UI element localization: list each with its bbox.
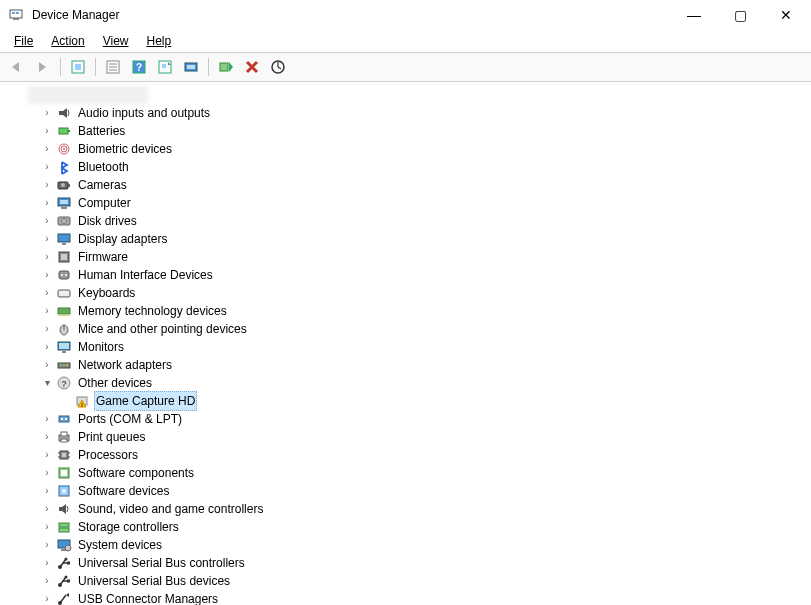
chevron-right-icon[interactable]: ›	[40, 194, 54, 212]
chevron-right-icon[interactable]: ›	[40, 428, 54, 446]
tree-node-label: Sound, video and game controllers	[76, 500, 265, 518]
menu-view[interactable]: View	[95, 32, 137, 50]
tree-node[interactable]: ›Biometric devices	[0, 140, 811, 158]
refresh-button[interactable]	[154, 56, 176, 78]
tree-child-node[interactable]: !Game Capture HD	[0, 392, 811, 410]
tree-node[interactable]: ›Print queues	[0, 428, 811, 446]
svg-point-79	[65, 545, 71, 551]
tree-node[interactable]: ›Batteries	[0, 122, 811, 140]
tree-node[interactable]: ›Software components	[0, 464, 811, 482]
svg-line-91	[60, 595, 66, 603]
help-button[interactable]: ?	[128, 56, 150, 78]
tree-node[interactable]: ›Software devices	[0, 482, 811, 500]
tree-node[interactable]: ›Universal Serial Bus devices	[0, 572, 811, 590]
chevron-down-icon[interactable]: ▾	[40, 374, 54, 392]
close-button[interactable]: ✕	[763, 0, 809, 30]
forward-button[interactable]	[32, 56, 54, 78]
svg-rect-43	[58, 308, 70, 314]
back-button[interactable]	[6, 56, 28, 78]
tree-node[interactable]: ›USB Connector Managers	[0, 590, 811, 605]
tree-root-row[interactable]	[0, 86, 811, 104]
chevron-right-icon[interactable]: ›	[40, 248, 54, 266]
tree-node[interactable]: ›Storage controllers	[0, 518, 811, 536]
chevron-right-icon[interactable]: ›	[40, 464, 54, 482]
enable-device-button[interactable]	[215, 56, 237, 78]
tree-node[interactable]: ›Memory technology devices	[0, 302, 811, 320]
tree-node-label: Universal Serial Bus controllers	[76, 554, 247, 572]
biometric-icon	[56, 141, 72, 157]
chevron-right-icon[interactable]: ›	[40, 122, 54, 140]
tree-node[interactable]: ›Cameras	[0, 176, 811, 194]
computer-icon	[56, 195, 72, 211]
update-driver-button[interactable]	[180, 56, 202, 78]
maximize-button[interactable]: ▢	[717, 0, 763, 30]
menu-file[interactable]: File	[6, 32, 41, 50]
chevron-right-icon[interactable]: ›	[40, 590, 54, 605]
svg-text:?: ?	[136, 62, 142, 73]
tree-node[interactable]: ›Keyboards	[0, 284, 811, 302]
audio-icon	[56, 105, 72, 121]
chevron-right-icon[interactable]: ›	[40, 158, 54, 176]
tree-node-label: Print queues	[76, 428, 147, 446]
tree-node[interactable]: ›Display adapters	[0, 230, 811, 248]
device-tree[interactable]: ›Audio inputs and outputs›Batteries›Biom…	[0, 82, 811, 605]
chevron-right-icon[interactable]: ›	[40, 500, 54, 518]
chevron-right-icon[interactable]: ›	[40, 104, 54, 122]
app-icon	[8, 7, 24, 23]
tree-node[interactable]: ›Mice and other pointing devices	[0, 320, 811, 338]
tree-node[interactable]: ›Firmware	[0, 248, 811, 266]
tree-node-label: Mice and other pointing devices	[76, 320, 249, 338]
tree-node[interactable]: ›System devices	[0, 536, 811, 554]
tree-node[interactable]: ›Bluetooth	[0, 158, 811, 176]
svg-rect-2	[16, 12, 19, 14]
chevron-right-icon[interactable]: ›	[40, 176, 54, 194]
chevron-right-icon[interactable]: ›	[40, 230, 54, 248]
chevron-right-icon[interactable]: ›	[40, 320, 54, 338]
tree-node[interactable]: ›Audio inputs and outputs	[0, 104, 811, 122]
chevron-right-icon[interactable]: ›	[40, 140, 54, 158]
tree-node[interactable]: ›Network adapters	[0, 356, 811, 374]
tree-node[interactable]: ›Sound, video and game controllers	[0, 500, 811, 518]
chevron-right-icon[interactable]: ›	[40, 518, 54, 536]
tree-node[interactable]: ›Processors	[0, 446, 811, 464]
svg-rect-20	[68, 130, 70, 132]
computer-name-blurred	[28, 86, 148, 104]
chevron-right-icon[interactable]: ›	[40, 410, 54, 428]
svg-rect-42	[59, 291, 69, 296]
tree-node[interactable]: ▾?Other devices	[0, 374, 811, 392]
chevron-right-icon[interactable]: ›	[40, 536, 54, 554]
svg-rect-44	[59, 314, 69, 316]
properties-button[interactable]	[102, 56, 124, 78]
chevron-right-icon[interactable]: ›	[40, 284, 54, 302]
chevron-right-icon[interactable]: ›	[40, 212, 54, 230]
chevron-right-icon[interactable]: ›	[40, 446, 54, 464]
tree-node[interactable]: ›Universal Serial Bus controllers	[0, 554, 811, 572]
scan-hardware-button[interactable]	[267, 56, 289, 78]
chevron-right-icon[interactable]: ›	[40, 356, 54, 374]
menu-action[interactable]: Action	[43, 32, 92, 50]
svg-rect-60	[65, 418, 67, 420]
tree-node-label: Bluetooth	[76, 158, 131, 176]
toolbar-separator	[208, 58, 209, 76]
cpu-icon	[56, 447, 72, 463]
minimize-button[interactable]: —	[671, 0, 717, 30]
chevron-right-icon[interactable]: ›	[40, 554, 54, 572]
svg-rect-37	[59, 271, 69, 279]
chevron-right-icon[interactable]: ›	[40, 338, 54, 356]
chevron-right-icon[interactable]: ›	[40, 266, 54, 284]
window-title: Device Manager	[30, 8, 671, 22]
menu-help[interactable]: Help	[139, 32, 180, 50]
tree-node[interactable]: ›Human Interface Devices	[0, 266, 811, 284]
show-hidden-button[interactable]	[67, 56, 89, 78]
chevron-right-icon[interactable]: ›	[40, 302, 54, 320]
tree-node[interactable]: ›Ports (COM & LPT)	[0, 410, 811, 428]
chevron-right-icon[interactable]: ›	[40, 572, 54, 590]
uninstall-button[interactable]	[241, 56, 263, 78]
tree-node[interactable]: ›Monitors	[0, 338, 811, 356]
tree-node[interactable]: ›Disk drives	[0, 212, 811, 230]
tree-node-label: Network adapters	[76, 356, 174, 374]
svg-rect-13	[162, 64, 166, 68]
chevron-right-icon[interactable]: ›	[40, 482, 54, 500]
tree-node-label: Software components	[76, 464, 196, 482]
tree-node[interactable]: ›Computer	[0, 194, 811, 212]
